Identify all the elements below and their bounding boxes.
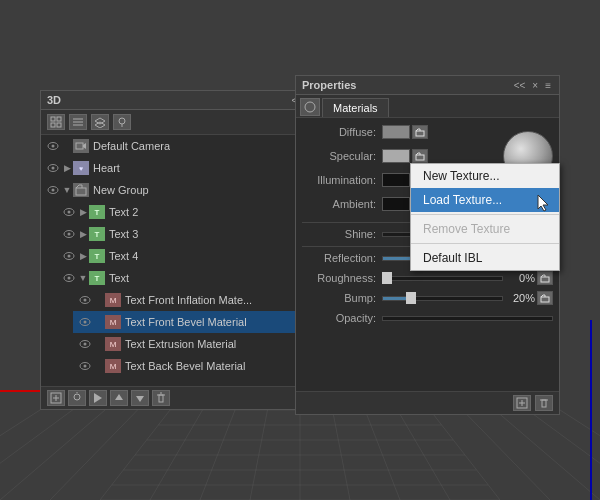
toolbar-light-icon[interactable] — [113, 114, 131, 130]
diffuse-label: Diffuse: — [302, 126, 382, 138]
visibility-eye-new-group[interactable] — [45, 182, 61, 198]
shine-label: Shine: — [302, 228, 382, 240]
toolbar-list-icon[interactable] — [69, 114, 87, 130]
ctx-default-ibl[interactable]: Default IBL — [411, 246, 559, 270]
props-bottom-toolbar — [296, 391, 559, 414]
svg-point-35 — [84, 365, 87, 368]
layer-item-text4[interactable]: ▶ T Text 4 — [57, 245, 324, 267]
svg-point-25 — [68, 255, 71, 258]
layer-item-text-extrusion[interactable]: M Text Extrusion Material — [73, 333, 324, 355]
prop-row-diffuse: Diffuse: — [302, 124, 497, 140]
move-up-icon[interactable] — [110, 390, 128, 406]
roughness-folder-btn[interactable] — [537, 271, 553, 285]
visibility-eye-text-extrusion[interactable] — [77, 336, 93, 352]
move-down-icon[interactable] — [131, 390, 149, 406]
panel-props-header: Properties << × ≡ — [296, 76, 559, 95]
layer-item-text-front-bevel[interactable]: M Text Front Bevel Material — [73, 311, 324, 333]
type-icon-new-group — [73, 183, 89, 197]
delete-icon[interactable] — [152, 390, 170, 406]
panel-props-menu[interactable]: ≡ — [543, 80, 553, 91]
roughness-slider-container[interactable] — [382, 271, 503, 285]
layer-name-text2: Text 2 — [109, 206, 138, 218]
layer-name-new-group: New Group — [93, 184, 149, 196]
bump-thumb[interactable] — [406, 292, 416, 304]
ctx-divider — [411, 214, 559, 215]
panel-3d-header: 3D << × — [41, 91, 324, 110]
layer-name-text-back-bevel: Text Back Bevel Material — [125, 360, 245, 372]
bump-folder-btn[interactable] — [537, 291, 553, 305]
svg-point-21 — [68, 211, 71, 214]
materials-tab-icon[interactable] — [300, 98, 320, 116]
z-axis-line — [590, 320, 592, 500]
layer-item-default-camera[interactable]: Default Camera — [41, 135, 324, 157]
visibility-eye-text[interactable] — [61, 270, 77, 286]
svg-rect-53 — [541, 297, 549, 302]
light-add-icon[interactable] — [68, 390, 86, 406]
illumination-label: Illumination: — [302, 174, 382, 186]
panel-props-controls: << × ≡ — [512, 80, 553, 91]
visibility-eye-default-camera[interactable] — [45, 138, 61, 154]
visibility-eye-text2[interactable] — [61, 204, 77, 220]
layer-item-text-back-bevel[interactable]: M Text Back Bevel Material — [73, 355, 324, 377]
specular-folder-btn[interactable] — [412, 149, 428, 163]
layer-item-text3[interactable]: ▶ T Text 3 — [57, 223, 324, 245]
visibility-eye-text3[interactable] — [61, 226, 77, 242]
layer-item-text[interactable]: ▼ T Text — [57, 267, 324, 289]
type-icon-text: T — [89, 271, 105, 285]
svg-rect-1 — [57, 117, 61, 121]
bump-fill — [383, 297, 407, 300]
expand-text4[interactable]: ▶ — [77, 250, 89, 262]
visibility-eye-text4[interactable] — [61, 248, 77, 264]
toolbar-grid-icon[interactable] — [47, 114, 65, 130]
svg-marker-8 — [95, 122, 105, 128]
ctx-new-texture[interactable]: New Texture... — [411, 164, 559, 188]
type-icon-heart: ♥ — [73, 161, 89, 175]
panel-props-title: Properties — [302, 79, 356, 91]
expand-default-camera[interactable] — [61, 140, 73, 152]
opacity-slider-container[interactable] — [382, 311, 553, 325]
props-add-icon[interactable] — [513, 395, 531, 411]
layer-name-text4: Text 4 — [109, 250, 138, 262]
context-menu: New Texture... Load Texture... Remove Te… — [410, 163, 560, 271]
svg-rect-19 — [76, 188, 86, 195]
visibility-eye-text-back-bevel[interactable] — [77, 358, 93, 374]
svg-marker-7 — [95, 118, 105, 124]
panel-props-collapse[interactable]: << — [512, 80, 528, 91]
toolbar-layers-icon[interactable] — [91, 114, 109, 130]
svg-rect-0 — [51, 117, 55, 121]
diffuse-swatch[interactable] — [382, 125, 410, 139]
visibility-eye-heart[interactable] — [45, 160, 61, 176]
svg-point-31 — [84, 321, 87, 324]
illumination-swatch[interactable] — [382, 173, 410, 187]
visibility-eye-text-front-bevel[interactable] — [77, 314, 93, 330]
add-scene-icon[interactable] — [47, 390, 65, 406]
specular-swatch[interactable] — [382, 149, 410, 163]
render-icon[interactable] — [89, 390, 107, 406]
bump-slider-container[interactable] — [382, 291, 503, 305]
expand-text2[interactable]: ▶ — [77, 206, 89, 218]
ambient-swatch[interactable] — [382, 197, 410, 211]
layer-name-text-front-inflation: Text Front Inflation Mate... — [125, 294, 252, 306]
ctx-load-texture[interactable]: Load Texture... — [411, 188, 559, 212]
roughness-thumb[interactable] — [382, 272, 392, 284]
layer-item-new-group[interactable]: ▼ New Group — [41, 179, 324, 201]
svg-point-46 — [305, 102, 315, 112]
bump-track — [382, 296, 503, 301]
expand-text3[interactable]: ▶ — [77, 228, 89, 240]
svg-rect-47 — [416, 131, 424, 136]
bump-value: 20% — [503, 292, 535, 304]
panel-props-close[interactable]: × — [530, 80, 540, 91]
diffuse-folder-btn[interactable] — [412, 125, 428, 139]
tab-materials[interactable]: Materials — [322, 98, 389, 117]
layer-item-text2[interactable]: ▶ T Text 2 — [57, 201, 324, 223]
type-icon-default-camera — [73, 139, 89, 153]
layer-item-heart[interactable]: ▶ ♥ Heart — [41, 157, 324, 179]
panel-3d-toolbar: ≡ — [41, 110, 324, 135]
layer-item-text-front-inflation[interactable]: M Text Front Inflation Mate... — [73, 289, 324, 311]
expand-text[interactable]: ▼ — [77, 272, 89, 284]
expand-heart[interactable]: ▶ — [61, 162, 73, 174]
expand-new-group[interactable]: ▼ — [61, 184, 73, 196]
props-delete-icon[interactable] — [535, 395, 553, 411]
visibility-eye-text-front-inflation[interactable] — [77, 292, 93, 308]
type-icon-text-front-inflation: M — [105, 293, 121, 307]
